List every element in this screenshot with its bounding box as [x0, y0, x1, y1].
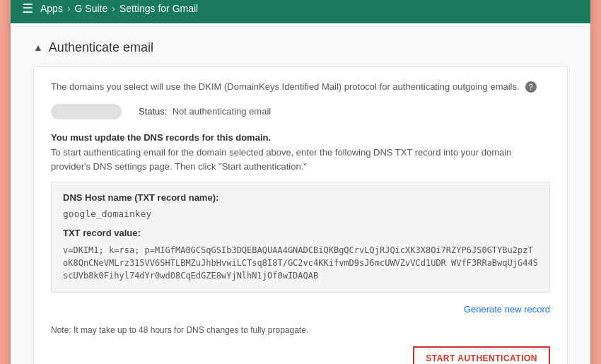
main-window: Google 🔍 ✕ ☰ Apps › G Suite › Settings f…	[11, 0, 590, 364]
help-icon[interactable]: ?	[525, 81, 537, 93]
description-text: The domains you select will use the DKIM…	[51, 81, 520, 92]
txt-record-value: v=DKIM1; k=rsa; p=MIGfMA0GCSqGSIb3DQEBAQ…	[63, 244, 538, 282]
generate-link-row: Generate new record	[51, 303, 550, 315]
breadcrumb-current: Settings for Gmail	[119, 3, 198, 14]
dns-notice-bold: You must update the DNS records for this…	[51, 132, 271, 143]
section-body: The domains you select will use the DKIM…	[33, 66, 568, 364]
dns-notice: You must update the DNS records for this…	[51, 131, 550, 175]
dns-host-value: google_domainkey	[63, 209, 538, 219]
breadcrumb-sep-2: ›	[112, 3, 115, 14]
status-value: Not authenticating email	[173, 106, 271, 117]
dns-box: DNS Host name (TXT record name): google_…	[51, 182, 550, 293]
hamburger-icon[interactable]: ☰	[22, 1, 33, 16]
note-text: Note: It may take up to 48 hours for DNS…	[51, 325, 550, 335]
section-title: Authenticate email	[49, 40, 153, 55]
start-authentication-button[interactable]: START AUTHENTICATION	[413, 346, 550, 364]
status-label: Status:	[139, 106, 167, 117]
generate-link[interactable]: Generate new record	[464, 304, 550, 315]
description-row: The domains you select will use the DKIM…	[51, 81, 550, 93]
breadcrumb-gsuite[interactable]: G Suite	[75, 3, 108, 14]
status-text: Status: Not authenticating email	[139, 106, 271, 117]
breadcrumb-apps[interactable]: Apps	[40, 3, 63, 14]
section-header: ▲ Authenticate email	[33, 40, 568, 55]
collapse-icon[interactable]: ▲	[33, 42, 43, 53]
domain-pill	[51, 104, 122, 119]
footer-row: START AUTHENTICATION	[51, 346, 550, 364]
breadcrumb: Apps › G Suite › Settings for Gmail	[40, 3, 198, 14]
main-content: ▲ Authenticate email The domains you sel…	[11, 23, 590, 364]
breadcrumb-sep-1: ›	[67, 3, 71, 14]
domain-status-row: Status: Not authenticating email	[51, 104, 550, 119]
txt-record-label: TXT record value:	[63, 228, 538, 238]
dns-host-label: DNS Host name (TXT record name):	[63, 192, 538, 203]
navbar: ☰ Apps › G Suite › Settings for Gmail	[11, 0, 590, 23]
dns-notice-body: To start authenticating email for the do…	[51, 147, 511, 172]
